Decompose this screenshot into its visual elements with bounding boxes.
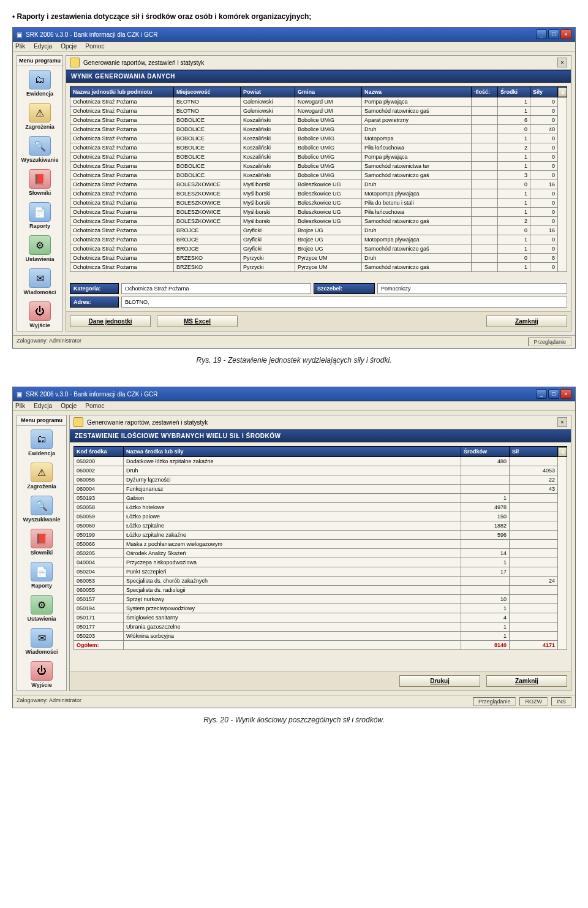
sidebar-item-wyszukiwanie[interactable]: 🔍Wyszukiwanie: [17, 492, 66, 525]
col-header[interactable]: Nazwa jednostki lub podmiotu: [70, 87, 174, 97]
ms-excel-button[interactable]: MS Excel: [157, 316, 238, 327]
table-row[interactable]: Ochotnicza Straż PożarnaBRZESKOPyrzyckiP…: [70, 254, 567, 263]
sidebar-item-wyjscie[interactable]: ⏻Wyjście: [17, 657, 66, 690]
table-row[interactable]: Ochotnicza Straż PożarnaBOLESZKOWICEMyśl…: [70, 199, 567, 208]
menu-pomoc[interactable]: Pomoc: [85, 43, 104, 50]
cell: 0: [498, 180, 530, 189]
col-header[interactable]: ·Ilość:: [472, 87, 498, 97]
zamknij-button[interactable]: Zamknij: [486, 675, 567, 687]
sidebar-item-ustawienia[interactable]: ⚙Ustawienia: [17, 591, 66, 624]
table-row[interactable]: Ochotnicza Straż PożarnaBOBOLICEKoszaliń…: [70, 162, 567, 171]
table-row[interactable]: 050066Maska z pochłaniaczem wielogazowym: [74, 540, 567, 549]
cell: 0: [530, 107, 558, 116]
col-header[interactable]: Powiat: [241, 87, 295, 97]
sidebar-item-raporty[interactable]: 📄Raporty: [17, 558, 66, 591]
col-header[interactable]: Nazwa: [362, 87, 472, 97]
sidebar-item-wyszukiwanie[interactable]: 🔍Wyszukiwanie: [17, 132, 62, 165]
menu-edycja[interactable]: Edycja: [34, 403, 52, 409]
drukuj-button[interactable]: Drukuj: [399, 675, 480, 687]
col-header[interactable]: Miejscowość: [174, 87, 241, 97]
cell: Goleniowski: [241, 97, 295, 107]
table-row[interactable]: Ochotnicza Straż PożarnaBROJCEGryfickiBr…: [70, 244, 567, 254]
table-row[interactable]: 050157Sprzęt nurkowy10: [74, 595, 567, 604]
table-row[interactable]: Ochotnicza Straż PożarnaBOLESZKOWICEMyśl…: [70, 208, 567, 217]
col-header[interactable]: Gmina: [295, 87, 362, 97]
table-row[interactable]: Ochotnicza Straż PożarnaBROJCEGryfickiBr…: [70, 235, 567, 244]
tab-close-icon[interactable]: ×: [557, 58, 567, 67]
close-icon[interactable]: ×: [560, 389, 571, 399]
scrollbar[interactable]: ▲: [558, 87, 567, 97]
sidebar-item-wiadomosci[interactable]: ✉Wiadomości: [17, 624, 66, 657]
cell: 1: [498, 107, 530, 116]
table-row[interactable]: Ochotnicza Straż PożarnaBOBOLICEKoszaliń…: [70, 153, 567, 162]
col-header[interactable]: Środki: [498, 87, 530, 97]
scrollbar-track[interactable]: [558, 97, 567, 272]
table-row[interactable]: 050200Dodatkowe łóżko szpitalne zakaźne4…: [74, 457, 567, 466]
zamknij-button[interactable]: Zamknij: [486, 316, 567, 327]
table-row[interactable]: 050205Ośrodek Analizy Skażeń14: [74, 549, 567, 558]
table-row[interactable]: Ochotnicza Straż PożarnaBRZESKOPyrzyckiP…: [70, 263, 567, 272]
menu-pomoc[interactable]: Pomoc: [85, 403, 104, 409]
sidebar-item-slowniki[interactable]: 📕Słowniki: [17, 165, 62, 199]
table-row[interactable]: Ochotnicza Straż PożarnaBOLESZKOWICEMyśl…: [70, 217, 567, 226]
table-row[interactable]: 050177Ubrania gazoszczelne1: [74, 622, 567, 632]
table-row[interactable]: 060055Specjalista ds. radiologii: [74, 586, 567, 595]
col-header[interactable]: Sił: [510, 447, 558, 457]
tab-title: Generowanie raportów, zestawień i statys…: [83, 59, 204, 66]
sidebar-item-ewidencja[interactable]: 🗂Ewidencja: [17, 426, 66, 459]
table-row[interactable]: Ochotnicza Straż PożarnaBOLESZKOWICEMyśl…: [70, 180, 567, 189]
sidebar-item-ustawienia[interactable]: ⚙Ustawienia: [17, 232, 62, 265]
cell: Ochotnicza Straż Pożarna: [70, 153, 174, 162]
close-icon[interactable]: ×: [560, 29, 571, 39]
minimize-icon[interactable]: _: [536, 29, 547, 39]
table-row[interactable]: 050194System przeciwpowodziowy1: [74, 604, 567, 613]
table-row[interactable]: Ochotnicza Straż PożarnaBOBOLICEKoszaliń…: [70, 116, 567, 125]
table-row[interactable]: 060053Specjalista ds. chorób zakaźnych24: [74, 577, 567, 586]
table-row[interactable]: 050058Łóżko hotelowe4978: [74, 503, 567, 512]
table-row[interactable]: 050204Punkt szczepień17: [74, 567, 567, 577]
sidebar-item-zagrozenia[interactable]: ⚠Zagrożenia: [17, 99, 62, 132]
scrollbar[interactable]: ▲: [558, 447, 567, 457]
tab-close-icon[interactable]: ×: [557, 417, 567, 427]
table-row[interactable]: 050203Włóknina sorbcyjna1: [74, 632, 567, 641]
sidebar-item-wiadomosci[interactable]: ✉Wiadomości: [17, 265, 62, 298]
table-row[interactable]: Ochotnicza Straż PożarnaBOBOLICEKoszaliń…: [70, 134, 567, 143]
table-row[interactable]: 050060Łóżko szpitalne1882: [74, 521, 567, 531]
table-row[interactable]: 060056Dyżurny łączności22: [74, 475, 567, 485]
menu-edycja[interactable]: Edycja: [34, 43, 52, 50]
table-row[interactable]: Ochotnicza Straż PożarnaBROJCEGryfickiBr…: [70, 226, 567, 235]
table-row[interactable]: 060002Druh4053: [74, 466, 567, 475]
maximize-icon[interactable]: □: [548, 29, 559, 39]
col-header[interactable]: Środków: [461, 447, 510, 457]
sidebar-item-wyjscie[interactable]: ⏻Wyjście: [17, 298, 62, 331]
dane-jednostki-button[interactable]: Dane jednostki: [70, 316, 151, 327]
scrollbar-track[interactable]: [558, 457, 567, 650]
col-header[interactable]: Kod środka: [74, 447, 124, 457]
sidebar-item-zagrozenia[interactable]: ⚠Zagrożenia: [17, 459, 66, 492]
table-row[interactable]: 050171Śmigłowiec sanitarny4: [74, 613, 567, 622]
menu-opcje[interactable]: Opcje: [61, 43, 77, 50]
col-header[interactable]: Siły: [530, 87, 558, 97]
cell: Pyrzyce UM: [295, 263, 362, 272]
col-header[interactable]: Nazwa środka lub siły: [124, 447, 461, 457]
maximize-icon[interactable]: □: [548, 389, 559, 399]
table-row[interactable]: Ochotnicza Straż PożarnaBŁOTNOGoleniowsk…: [70, 97, 567, 107]
table-row[interactable]: 050199Łóżko szpitalne zakaźne596: [74, 531, 567, 540]
table-row[interactable]: 060004Funkcjonariusz43: [74, 485, 567, 494]
menu-plik[interactable]: Plik: [15, 403, 25, 409]
sidebar-item-slowniki[interactable]: 📕Słowniki: [17, 525, 66, 558]
table-row[interactable]: Ochotnicza Straż PożarnaBŁOTNOGoleniowsk…: [70, 107, 567, 116]
sidebar-item-raporty[interactable]: 📄Raporty: [17, 199, 62, 232]
table-row[interactable]: Ochotnicza Straż PożarnaBOLESZKOWICEMyśl…: [70, 189, 567, 199]
table-row[interactable]: 050059Łóżko polowe150: [74, 512, 567, 521]
sidebar-item-ewidencja[interactable]: 🗂Ewidencja: [17, 66, 62, 99]
menu-opcje[interactable]: Opcje: [61, 403, 77, 409]
table-row[interactable]: Ochotnicza Straż PożarnaBOBOLICEKoszaliń…: [70, 143, 567, 153]
table-row[interactable]: Ochotnicza Straż PożarnaBOBOLICEKoszaliń…: [70, 171, 567, 180]
table-row[interactable]: 040004Przyczepa niskopodwoziowa1: [74, 558, 567, 567]
menu-plik[interactable]: Plik: [15, 43, 25, 50]
table-row[interactable]: Ochotnicza Straż PożarnaBOBOLICEKoszaliń…: [70, 125, 567, 134]
minimize-icon[interactable]: _: [536, 389, 547, 399]
cell: [472, 162, 498, 171]
table-row[interactable]: 050193Gabion1: [74, 494, 567, 503]
